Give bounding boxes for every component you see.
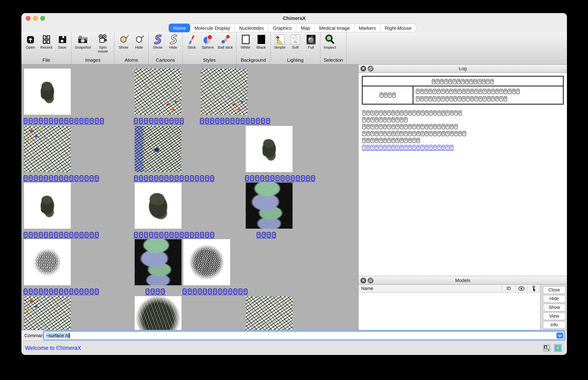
missing-glyph-box: ? <box>90 288 94 294</box>
toolbar-button-cartoons-show[interactable]: Show <box>152 34 164 49</box>
column-name[interactable]: Name <box>359 286 502 291</box>
tab-medical-image[interactable]: Medical Image <box>315 24 354 32</box>
tab-map[interactable]: Map <box>297 24 315 32</box>
models-table[interactable]: Name ID <box>359 285 540 330</box>
missing-glyph-box: ? <box>90 118 94 124</box>
toolbar-button-styles-sphere[interactable]: Sphere <box>202 34 214 49</box>
history-thumbnail-caption-link[interactable]: ??????????????? <box>23 174 99 182</box>
history-thumbnail-caption-link[interactable]: ???? <box>256 231 276 238</box>
toolbar-button-cartoons-hide[interactable]: Hide <box>168 34 179 49</box>
history-thumbnail-caption-link[interactable]: ?????????? <box>133 117 184 125</box>
white-swatch-icon <box>240 34 251 45</box>
missing-glyph-box: ? <box>362 124 366 129</box>
missing-glyph-box: ? <box>487 89 490 94</box>
log-link[interactable]: ?????????????????????? <box>362 144 454 151</box>
command-input[interactable]: ~surface /c <box>44 331 564 340</box>
missing-glyph-box: ? <box>379 117 382 122</box>
toolbar-section-label: Atoms <box>118 57 145 64</box>
missing-glyph-box: ? <box>174 232 178 238</box>
toolbar-button-styles-ball-stick[interactable]: Ball stick <box>218 34 233 49</box>
history-thumbnail[interactable] <box>183 239 230 285</box>
missing-glyph-box: ? <box>169 232 173 238</box>
missing-glyph-box: ? <box>39 175 43 181</box>
tab-graphics[interactable]: Graphics <box>269 24 297 32</box>
tab-home[interactable]: Home <box>169 24 190 32</box>
log-content[interactable]: ??????????????? ???? ???????????????????… <box>359 73 567 275</box>
history-thumbnail-caption-link[interactable]: ??????????????? <box>23 288 99 295</box>
history-thumbnail[interactable] <box>201 69 247 115</box>
history-thumbnail[interactable] <box>135 126 181 172</box>
history-thumbnail[interactable] <box>24 183 71 229</box>
models-info-button[interactable]: Info <box>543 321 566 329</box>
missing-glyph-box: ? <box>362 145 366 150</box>
select-hand-icon[interactable] <box>527 285 540 292</box>
toolbar-button-background-black[interactable]: Black <box>255 34 267 49</box>
toolbar-button-styles-stick[interactable]: Stick <box>186 34 198 49</box>
history-thumbnail-caption-link[interactable]: ???? <box>145 288 165 295</box>
missing-glyph-box: ? <box>179 118 184 124</box>
toolbar-button-lighting-soft[interactable]: Soft <box>289 34 301 49</box>
toolbar-button-label: Black <box>256 45 266 49</box>
missing-glyph-box: ? <box>185 232 189 238</box>
missing-glyph-box: ? <box>412 145 416 150</box>
toolbar-button-images-snapshot[interactable]: Snapshot <box>75 34 91 49</box>
history-thumbnail[interactable] <box>24 126 71 172</box>
toolbar-button-file-recent[interactable]: Recent <box>40 34 53 49</box>
toolbar-button-lighting-full[interactable]: Full <box>305 34 317 49</box>
history-thumbnail-caption-link[interactable]: ???????????????? <box>23 117 104 125</box>
models-close-button[interactable]: Close <box>543 286 566 294</box>
models-hide-button[interactable]: Hide <box>543 295 566 303</box>
toolbar-button-atoms-hide[interactable]: Hide <box>133 34 145 49</box>
missing-glyph-box: ? <box>198 288 202 294</box>
missing-glyph-box: ? <box>250 175 254 181</box>
toolbar-button-images-spin-movie[interactable]: Spin movie <box>95 34 111 53</box>
toolbar-button-atoms-show[interactable]: Show <box>118 34 129 49</box>
log-link-line[interactable]: ?????????????????????? <box>362 144 564 151</box>
toolbar-button-lighting-simple[interactable]: Simple <box>274 34 285 49</box>
history-thumbnail-caption-link[interactable]: ?????????????? <box>199 117 270 125</box>
missing-glyph-box: ? <box>421 110 424 115</box>
missing-glyph-box: ? <box>383 124 387 129</box>
eye-icon[interactable] <box>515 285 527 292</box>
tab-molecule-display[interactable]: Molecule Display <box>190 24 235 32</box>
history-thumbnail-caption-link[interactable]: ??????????????? <box>23 231 99 238</box>
toolbar-button-file-open[interactable]: Open <box>25 34 36 49</box>
history-thumbnail[interactable] <box>24 296 71 330</box>
history-thumbnail[interactable] <box>246 296 293 330</box>
tab-nucleotides[interactable]: Nucleotides <box>235 24 269 32</box>
screen: ChimeraX HomeMolecule DisplayNucleotides… <box>0 0 588 380</box>
history-thumbnail[interactable] <box>135 296 181 330</box>
history-thumbnail[interactable] <box>135 239 181 285</box>
tab-markers[interactable]: Markers <box>355 24 381 32</box>
history-thumbnail[interactable] <box>24 239 71 285</box>
history-thumbnail[interactable] <box>246 126 293 172</box>
models-show-button[interactable]: Show <box>543 304 566 311</box>
history-thumbnail-caption-link[interactable]: ???????????????? <box>133 174 214 182</box>
history-thumbnail[interactable] <box>135 69 181 115</box>
tab-right-mouse[interactable]: Right Mouse <box>380 24 416 32</box>
history-thumbnail-caption-link[interactable]: ?????????????? <box>244 174 315 182</box>
fast-lightning-icon[interactable] <box>554 344 562 352</box>
column-id[interactable]: ID <box>502 285 515 292</box>
resize-region-icon[interactable] <box>543 344 550 352</box>
toolbar-section-label: Selection <box>323 57 343 64</box>
models-view-button[interactable]: View <box>543 312 566 320</box>
toolbar-button-label: Snapshot <box>75 45 91 49</box>
history-thumbnail[interactable] <box>24 69 71 115</box>
toolbar-button-file-save[interactable]: Save <box>57 34 68 49</box>
missing-glyph-box: ? <box>417 110 420 115</box>
missing-glyph-box: ? <box>260 175 264 181</box>
command-history-dropdown[interactable] <box>556 332 563 339</box>
history-thumbnail[interactable] <box>246 183 293 229</box>
history-thumbnail-caption-link[interactable]: ????????????? <box>182 288 248 295</box>
missing-glyph-box: ? <box>34 288 38 294</box>
missing-glyph-box: ? <box>95 118 98 124</box>
history-thumbnail[interactable] <box>135 183 181 229</box>
missing-glyph-box: ? <box>213 288 217 294</box>
missing-glyph-box: ? <box>433 96 436 101</box>
history-thumbnail-caption-link[interactable]: ???????????????? <box>133 231 214 238</box>
toolbar-button-background-white[interactable]: White <box>240 34 251 49</box>
missing-glyph-box: ? <box>437 96 440 101</box>
toolbar-button-selection-inspect[interactable]: Inspect <box>323 34 336 49</box>
missing-glyph-box: ? <box>266 118 270 124</box>
